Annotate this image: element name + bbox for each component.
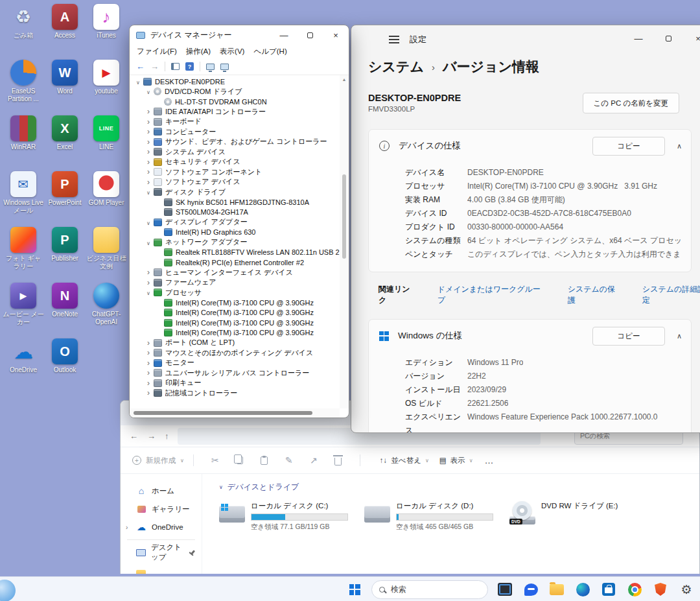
back-button[interactable]: ← xyxy=(136,62,145,71)
device-tree-item[interactable]: マウスとそのほかのポインティング デバイス xyxy=(130,348,340,359)
sort-button[interactable]: ↑↓ 並べ替え ∨ xyxy=(380,456,429,465)
device-tree-item[interactable]: SK hynix BC501 HFM128GDJTNG-8310A xyxy=(130,197,340,207)
tree-expander-icon[interactable] xyxy=(144,289,153,296)
tree-expander-icon[interactable] xyxy=(144,88,153,95)
device-tree-item[interactable]: DESKTOP-EN0PDRE xyxy=(130,77,340,87)
sidebar-item[interactable]: ギャラリー xyxy=(121,500,202,518)
desktop-icon[interactable]: ♪ iTunes xyxy=(86,4,127,60)
device-tree-item[interactable]: 記憶域コントローラー xyxy=(130,388,340,399)
tree-expander-icon[interactable] xyxy=(144,268,153,277)
related-link[interactable]: システムの詳細設定 xyxy=(642,284,700,306)
device-tree-item[interactable]: モニター xyxy=(130,358,340,368)
sidebar-item[interactable]: ホーム xyxy=(121,482,202,500)
device-tree-item[interactable]: コンピューター xyxy=(130,127,340,137)
tree-expander-icon[interactable] xyxy=(144,158,153,167)
device-tree-item[interactable]: キーボード xyxy=(130,117,340,127)
tree-expander-icon[interactable] xyxy=(144,127,153,136)
chrome-icon[interactable] xyxy=(622,577,647,601)
device-tree-item[interactable]: 印刷キュー xyxy=(130,378,340,388)
desktop-icon[interactable]: ✉ Windows Live メール xyxy=(3,171,44,227)
desktop-icon[interactable]: GOM Player xyxy=(86,171,127,227)
device-tree-item[interactable]: ST500LM034-2GH17A xyxy=(130,207,340,218)
cut-button[interactable]: ✂ xyxy=(203,455,228,465)
device-tree-item[interactable]: ヒューマン インターフェイス デバイス xyxy=(130,268,340,278)
forward-button[interactable]: → xyxy=(150,62,159,71)
tree-expander-icon[interactable] xyxy=(144,359,153,368)
menu-item[interactable]: ファイル(F) xyxy=(132,45,181,58)
desktop-icon[interactable]: LINE LINE xyxy=(86,115,127,171)
tree-expander-icon[interactable] xyxy=(134,78,143,86)
maximize-button[interactable] xyxy=(297,25,323,45)
desktop-icon[interactable]: ChatGPT-OpenAI xyxy=(86,283,127,338)
device-tree-item[interactable]: ソフトウェア コンポーネント xyxy=(130,167,340,178)
menu-item[interactable]: 表示(V) xyxy=(215,45,249,58)
tree-expander-icon[interactable] xyxy=(144,388,153,397)
devices-and-drives-group-header[interactable]: ∨ デバイスとドライブ xyxy=(219,482,699,493)
device-tree-item[interactable]: Intel(R) Core(TM) i3-7100 CPU @ 3.90GHz xyxy=(130,328,340,338)
menu-item[interactable]: 操作(A) xyxy=(181,45,215,58)
copy-windows-spec-button[interactable]: コピー xyxy=(592,327,665,346)
desktop-icon[interactable]: P Publisher xyxy=(44,227,86,283)
desktop-icon[interactable]: ▶ ムービー メーカー xyxy=(3,283,44,338)
tree-expander-icon[interactable] xyxy=(144,379,153,388)
file-explorer-icon[interactable] xyxy=(544,577,569,601)
new-item-button[interactable]: + 新規作成 ∨ xyxy=(132,456,184,465)
tree-expander-icon[interactable] xyxy=(144,239,153,246)
scroll-up-icon[interactable]: ▲ xyxy=(342,75,347,84)
tree-expander-icon[interactable] xyxy=(144,338,153,348)
brave-icon[interactable] xyxy=(648,577,673,601)
taskbar-search[interactable]: 検索 xyxy=(371,580,488,599)
device-tree-item[interactable]: Realtek RTL8188FTV Wireless LAN 802.11n … xyxy=(130,248,340,258)
desktop-icon[interactable]: ビジネス目標文例 xyxy=(86,227,127,283)
close-button[interactable]: × xyxy=(683,25,700,51)
device-tree-item[interactable]: システム デバイス xyxy=(130,147,340,158)
tree-expander-icon[interactable] xyxy=(144,348,153,357)
device-tree-item[interactable]: ディスク ドライブ xyxy=(130,187,340,198)
more-options-button[interactable]: … xyxy=(485,455,495,465)
device-tree-item[interactable]: ユニバーサル シリアル バス コントローラー xyxy=(130,368,340,379)
paste-button[interactable] xyxy=(252,456,277,465)
up-icon[interactable]: ↑ xyxy=(165,431,169,441)
related-link[interactable]: システムの保護 xyxy=(568,284,623,306)
desktop-icon[interactable]: N OneNote xyxy=(44,283,86,338)
back-icon[interactable]: ← xyxy=(130,431,138,441)
device-tree-item[interactable]: ファームウェア xyxy=(130,277,340,288)
desktop-icon[interactable]: EaseUS Partition ... xyxy=(3,60,44,115)
chevron-up-icon[interactable]: ∧ xyxy=(677,332,682,340)
rename-pc-button[interactable]: この PC の名前を変更 xyxy=(583,93,679,113)
delete-button[interactable] xyxy=(326,455,351,465)
forward-icon[interactable]: → xyxy=(147,431,156,441)
tree-expander-icon[interactable] xyxy=(144,188,153,196)
device-tree-item[interactable]: ポート (COM と LPT) xyxy=(130,338,340,348)
device-tree-item[interactable]: ネットワーク アダプター xyxy=(130,237,340,248)
vertical-scrollbar-thumb[interactable] xyxy=(342,174,346,259)
settings-gear-icon[interactable]: ⚙ xyxy=(674,577,699,601)
device-tree-item[interactable]: Intel(R) Core(TM) i3-7100 CPU @ 3.90GHz xyxy=(130,308,340,318)
device-tree-item[interactable]: IDE ATA/ATAPI コントローラー xyxy=(130,107,340,117)
tree-expander-icon[interactable] xyxy=(144,147,153,156)
horizontal-scrollbar-thumb[interactable] xyxy=(134,411,312,415)
device-tree-item[interactable]: プロセッサ xyxy=(130,288,340,298)
drive-c[interactable]: ローカル ディスク (C:) 空き領域 77.1 GB/119 GB xyxy=(219,501,360,532)
minimize-button[interactable]: — xyxy=(271,25,297,45)
close-button[interactable]: × xyxy=(323,25,349,45)
device-tree-item[interactable]: Realtek(R) PCI(e) Ethernet Controller #2 xyxy=(130,257,340,268)
widgets-weather-icon[interactable] xyxy=(0,580,16,601)
minimize-button[interactable]: — xyxy=(624,25,653,51)
sidebar-item[interactable]: デスクトップ xyxy=(121,543,202,561)
device-spec-card-header[interactable]: デバイスの仕様 コピー ∧ xyxy=(369,130,691,162)
microsoft-store-icon[interactable] xyxy=(596,577,621,601)
desktop-icon[interactable]: ☁ OneDrive xyxy=(3,338,44,394)
device-tree-item[interactable]: DVD/CD-ROM ドライブ xyxy=(130,87,340,97)
device-tree-item[interactable]: Intel(R) Core(TM) i3-7100 CPU @ 3.90GHz xyxy=(130,318,340,328)
pc-app-icon[interactable] xyxy=(493,577,517,601)
device-tree-item[interactable]: サウンド、ビデオ、およびゲーム コントローラー xyxy=(130,137,340,147)
desktop-icon[interactable]: X Excel xyxy=(44,115,86,171)
help-button[interactable]: ? xyxy=(185,62,194,71)
desktop-icon[interactable]: フォト ギャラリー xyxy=(3,227,44,283)
view-button[interactable]: ▤ 表示 ∨ xyxy=(439,456,473,465)
tree-expander-icon[interactable] xyxy=(144,368,153,377)
desktop-icon[interactable]: A Access xyxy=(44,4,86,60)
desktop-icon[interactable]: O Outlook xyxy=(44,338,86,394)
drive-d[interactable]: ローカル ディスク (D:) 空き領域 465 GB/465 GB xyxy=(364,501,506,532)
